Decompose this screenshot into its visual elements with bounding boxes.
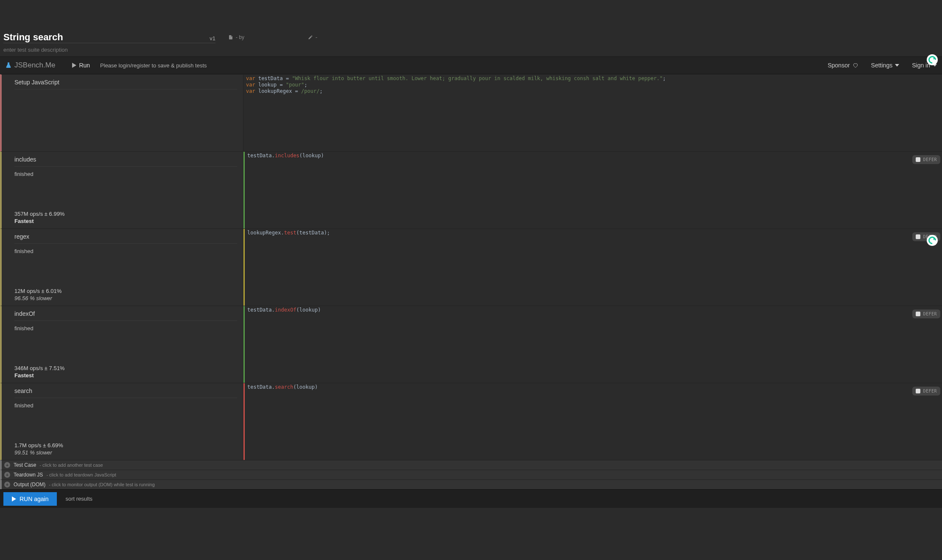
flask-icon bbox=[5, 62, 12, 69]
test-result: 99.51 % slower bbox=[14, 449, 237, 456]
version-label: v1 bbox=[210, 35, 215, 42]
test-case-block: search finished 1.7M ops/s ± 6.69% 99.51… bbox=[0, 383, 942, 460]
grammarly-badge[interactable] bbox=[927, 235, 938, 246]
play-icon bbox=[72, 63, 76, 68]
section-name: Test Case bbox=[14, 462, 36, 468]
main-toolbar: JSBench.Me Run Please login/register to … bbox=[0, 56, 942, 74]
defer-label: DEFER bbox=[923, 311, 937, 317]
test-case-block: regex finished 12M ops/s ± 6.01% 96.56 %… bbox=[0, 228, 942, 306]
test-case-block: indexOf finished 346M ops/s ± 7.51% Fast… bbox=[0, 306, 942, 383]
test-name[interactable]: indexOf bbox=[14, 310, 237, 321]
test-result: Fastest bbox=[14, 218, 237, 224]
test-name[interactable]: includes bbox=[14, 156, 237, 167]
defer-checkbox[interactable] bbox=[916, 312, 920, 316]
run-button[interactable]: Run bbox=[72, 62, 90, 69]
section-hint: - click to monitor output (DOM) while te… bbox=[49, 482, 154, 487]
test-status: finished bbox=[14, 171, 237, 177]
test-name[interactable]: regex bbox=[14, 233, 237, 244]
file-icon bbox=[228, 35, 233, 40]
bottom-bar: RUN again sort results bbox=[0, 489, 942, 508]
test-result: Fastest bbox=[14, 372, 237, 379]
sponsor-link[interactable]: Sponsor bbox=[827, 62, 858, 69]
setup-title: Setup JavaScript bbox=[14, 79, 237, 89]
defer-checkbox[interactable] bbox=[916, 234, 920, 239]
plus-icon: + bbox=[4, 462, 10, 468]
suite-description-input[interactable] bbox=[3, 47, 258, 53]
add-section-row[interactable]: + Teardown JS - click to add teardown Ja… bbox=[0, 470, 942, 479]
defer-checkbox[interactable] bbox=[916, 389, 920, 393]
test-status: finished bbox=[14, 248, 237, 254]
setup-code-editor[interactable]: var testData = "Whisk flour into butter … bbox=[243, 75, 942, 151]
defer-label: DEFER bbox=[923, 156, 937, 163]
heart-icon bbox=[853, 62, 858, 68]
test-case-block: includes finished 357M ops/s ± 6.99% Fas… bbox=[0, 151, 942, 228]
test-result: 96.56 % slower bbox=[14, 295, 237, 301]
test-status: finished bbox=[14, 325, 237, 332]
setup-block: Setup JavaScript var testData = "Whisk f… bbox=[0, 74, 942, 151]
defer-toggle[interactable]: DEFER bbox=[912, 155, 940, 164]
section-name: Teardown JS bbox=[14, 472, 43, 478]
test-ops: 1.7M ops/s ± 6.69% bbox=[14, 442, 237, 449]
play-icon bbox=[12, 496, 16, 501]
meta-author: - by bbox=[228, 34, 244, 40]
chevron-down-icon bbox=[895, 64, 899, 67]
defer-toggle[interactable]: DEFER bbox=[912, 309, 940, 318]
test-ops: 12M ops/s ± 6.01% bbox=[14, 288, 237, 294]
sort-results-link[interactable]: sort results bbox=[65, 496, 92, 502]
section-name: Output (DOM) bbox=[14, 482, 45, 488]
section-hint: - click to add another test case bbox=[39, 462, 103, 468]
settings-dropdown[interactable]: Settings bbox=[871, 62, 900, 69]
section-hint: - click to add teardown JavaScript bbox=[46, 472, 116, 477]
defer-label: DEFER bbox=[923, 388, 937, 394]
test-code-editor[interactable]: testData.indexOf(lookup) DEFER bbox=[243, 306, 942, 383]
test-code-editor[interactable]: testData.search(lookup) DEFER bbox=[243, 383, 942, 460]
test-name[interactable]: search bbox=[14, 387, 237, 398]
logo[interactable]: JSBench.Me bbox=[5, 61, 55, 70]
meta-edit: - bbox=[308, 34, 317, 40]
test-status: finished bbox=[14, 402, 237, 409]
title-row: v1 - by - bbox=[0, 30, 942, 45]
defer-checkbox[interactable] bbox=[916, 157, 920, 162]
grammarly-badge[interactable] bbox=[927, 54, 938, 65]
test-code-editor[interactable]: testData.includes(lookup) DEFER bbox=[243, 152, 942, 228]
run-again-button[interactable]: RUN again bbox=[3, 492, 57, 506]
test-ops: 346M ops/s ± 7.51% bbox=[14, 365, 237, 371]
pencil-icon bbox=[308, 35, 313, 40]
plus-icon: + bbox=[4, 472, 10, 478]
defer-toggle[interactable]: DEFER bbox=[912, 387, 940, 396]
test-code-editor[interactable]: lookupRegex.test(testData); DEFER bbox=[243, 229, 942, 306]
login-message: Please login/register to save & publish … bbox=[100, 62, 207, 69]
test-ops: 357M ops/s ± 6.99% bbox=[14, 211, 237, 217]
plus-icon: + bbox=[4, 482, 10, 488]
add-section-row[interactable]: + Output (DOM) - click to monitor output… bbox=[0, 479, 942, 489]
suite-title-input[interactable] bbox=[3, 32, 206, 43]
add-section-row[interactable]: + Test Case - click to add another test … bbox=[0, 460, 942, 470]
